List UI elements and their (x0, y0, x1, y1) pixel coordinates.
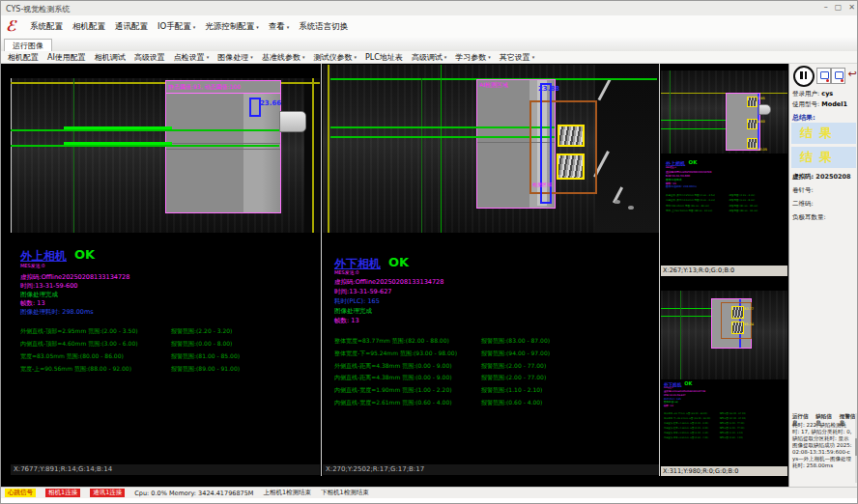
dropdown-arrow-icon: ▾ (444, 54, 447, 60)
tool-baseline-params[interactable]: 基准线参数▾ (262, 52, 305, 63)
measure-row: 整体宽度=83.77mm 范围:(82.00 - 88.00)报警范围:(83.… (334, 337, 653, 347)
measure-text: 内侧直线-宽度=2.61mm 范围:(0.60 - 4.00) (664, 435, 708, 438)
measure-row: 宽度=83.05mm 范围:(80.00 - 86.00)报警范围:(81.00… (666, 204, 787, 208)
menu-system-config[interactable]: 系统配置 (30, 21, 63, 33)
tab-detect-box (557, 154, 585, 180)
box-value-label: 4.60 (758, 120, 765, 124)
needle-number-label: 卷针号: (792, 186, 814, 195)
mid-camera-panel[interactable]: AI检测区域 23.88 检测区域 外下相机 OK MES发送:0 虚拟码:Of… (323, 65, 659, 476)
box-value-label: 2.95 (758, 97, 765, 100)
model-row[interactable]: 使用型号: Model1 (792, 100, 847, 109)
tab-detect-box (731, 306, 744, 319)
processing-done: 图像处理完成 (334, 307, 372, 316)
alarm-text: 报警范围:(94.00 - 97.00) (481, 350, 550, 358)
measure-row: 整体宽度=83.77mm 范围:(82.00 - 88.00)报警范围:(83.… (664, 412, 785, 416)
measure-text: 内侧直线-宽度=1.90mm 范围:(1.00 - 2.20) (334, 386, 452, 395)
measure-row: 外侧直线-顶部=2.95mm 范围:(2.00 - 3.50)报警范围:(2.2… (666, 193, 787, 197)
tool-image-processing[interactable]: 图像处理▾ (217, 52, 253, 63)
menu-camera-config[interactable]: 相机配置 (72, 21, 105, 33)
thumb-bottom-coord-readout: X:311;Y:980;R:0;G:0;B:0 (661, 466, 787, 476)
tool-learning-params[interactable]: 学习参数▾ (455, 52, 491, 63)
measure-row: 外侧直线-距离=4.38mm 范围:(0.00 - 9.00)报警范围:(2.0… (664, 422, 785, 426)
return-arrow-icon: ↩ (847, 68, 856, 80)
measure-text: 宽度-上=90.56mm 范围:(88.00 - 92.00) (666, 210, 712, 213)
dropdown-arrow-icon: ▾ (354, 54, 357, 60)
threshold-label: 静态阈值:93, 动态阈值:100 (168, 83, 241, 92)
minimize-icon[interactable]: – (824, 3, 828, 12)
mid-coord-readout: X:270;Y:2502;R:17;G:17;B:17 (323, 464, 659, 475)
thumb-top-panel[interactable]: 2.95 4.60 83.05 外上相机 OK MES发送:0 虚拟码:Offl… (661, 65, 787, 276)
menu-bar: ℰ 系统配置 相机配置 通讯配置 IO手配置▾ 光源控制配置▾ 查看▾ 系统语言… (1, 15, 858, 39)
login-user-value: cys (821, 90, 833, 98)
measure-text: 整体宽度-下=95.24mm 范围:(93.00 - 98.00) (664, 417, 710, 420)
alarm-text: 报警范围:(83.00 - 87.00) (720, 412, 746, 415)
close-icon[interactable]: ✕ (848, 3, 855, 12)
alarm-text: 报警范围:(0.60 - 4.00) (720, 435, 743, 438)
threshold-label-box: 静态阈值:93, 动态阈值:100 (165, 80, 281, 94)
alarm-text: 报警范围:(2.00 - 77.00) (481, 362, 546, 371)
tool-advanced-settings[interactable]: 高级设置 (134, 52, 165, 63)
virtual-code-row: 虚拟码: 20250208 (792, 173, 851, 182)
tool-other-settings[interactable]: 其它设置▾ (500, 52, 535, 63)
menu-comm-config[interactable]: 通讯配置 (115, 21, 148, 33)
status-bar: 心跳信号 相机1连接 通讯1连接 Cpu: 0.0% Memory: 3424.… (1, 487, 858, 498)
region-label: 检测区域 (532, 182, 552, 187)
login-user-label: 登录用户: (792, 90, 819, 98)
left-camera-panel[interactable]: 静态阈值:93, 动态阈值:100 23.66 外上相机 OK MES发送:0 … (11, 65, 320, 476)
return-button[interactable]: ↩ (846, 66, 858, 83)
camera-connect-badge: 相机1连接 (45, 489, 80, 497)
tab-detect-box (747, 138, 758, 149)
measure-row: 内侧直线-宽度=1.90mm 范围:(1.00 - 2.20)报警范围:(1.1… (664, 431, 785, 434)
result-indicator-1: 结果 (791, 123, 856, 144)
connector-tab (279, 111, 306, 132)
maximize-icon[interactable]: ▢ (835, 3, 843, 12)
measure-text: 内侧直线-宽度=1.90mm 范围:(1.00 - 2.20) (664, 431, 708, 434)
thumb-bottom-panel[interactable]: 83.77 95.24 外下相机 OK MES发送:0 虚拟码:Offline2… (661, 283, 787, 476)
menu-language-switch[interactable]: 系统语言切换 (299, 21, 348, 33)
measure-text: 内侧直线-宽度=2.61mm 范围:(0.60 - 4.00) (334, 399, 452, 407)
dropdown-arrow-icon: ▾ (488, 54, 491, 60)
tool-advanced-debug[interactable]: 高级调试▾ (412, 52, 447, 63)
pause-button[interactable] (793, 66, 815, 87)
mes-status: MES发送:0 (666, 166, 676, 169)
tool-ai-config[interactable]: AI使用配置 (47, 52, 86, 63)
main-area: 静态阈值:93, 动态阈值:100 23.66 外上相机 OK MES发送:0 … (1, 64, 788, 487)
alarm-text: 报警范围:(0.00 - 8.00) (729, 199, 756, 203)
frame-count: 帧数: 13 (664, 405, 673, 407)
measure-text: 外侧直线-距离=4.38mm 范围:(0.00 - 9.00) (664, 422, 708, 425)
camera-view-button-2[interactable] (831, 68, 845, 84)
camera-view-button-1[interactable] (816, 68, 831, 84)
alarm-text: 报警范围:(94.00 - 97.00) (720, 417, 746, 420)
processing-done: 图像处理完成 (20, 291, 58, 299)
record-dot-icon (841, 79, 844, 82)
measure-text: 整体宽度=83.77mm 范围:(82.00 - 88.00) (664, 412, 707, 415)
measure-text: 宽度-上=90.56mm 范围:(88.00 - 92.00) (20, 365, 131, 374)
processing-elapsed: 图像处理耗时: 298.00ms (20, 308, 94, 317)
dropdown-arrow-icon: ▾ (256, 24, 259, 30)
alarm-text: 报警范围:(2.20 - 3.20) (171, 327, 232, 336)
tool-spot-check[interactable]: 点检设置▾ (174, 52, 210, 63)
measure-text: 宽度=83.05mm 范围:(80.00 - 86.00) (666, 204, 709, 208)
frame-count: 帧数: 13 (20, 299, 45, 308)
tab-detect-box (747, 119, 758, 129)
tab-detect-box (747, 97, 758, 107)
plc-elapsed: 耗时(PLC): 165 (334, 297, 380, 306)
model-label: 使用型号: (792, 100, 819, 108)
tool-camera-debug[interactable]: 相机调试 (95, 52, 126, 63)
model-value: Model1 (821, 100, 847, 108)
bottom-camera-status: 下相机1检测结束 (321, 489, 369, 497)
tab-detect-box (558, 125, 585, 147)
measure-row: 内侧直线-宽度=1.90mm 范围:(1.00 - 2.20)报警范围:(1.1… (334, 386, 653, 396)
measure-row: 整体宽度-下=95.24mm 范围:(93.00 - 98.00)报警范围:(9… (664, 417, 785, 421)
menu-light-control[interactable]: 光源控制配置▾ (205, 21, 259, 33)
alarm-text: 报警范围:(89.00 - 91.00) (171, 365, 240, 374)
menu-view[interactable]: 查看▾ (269, 21, 290, 33)
tool-camera-config[interactable]: 相机配置 (8, 52, 39, 63)
measure-text: 整体宽度=83.77mm 范围:(82.00 - 88.00) (334, 337, 449, 346)
tool-tester-params[interactable]: 测试仪参数▾ (313, 52, 357, 63)
measure-row: 内侧直线-距离=4.38mm 范围:(0.00 - 9.00)报警范围:(2.0… (334, 374, 653, 383)
tool-plc-address[interactable]: PLC地址表 (365, 52, 403, 63)
result-indicator-2: 结果 (791, 147, 856, 168)
menu-io-config[interactable]: IO手配置▾ (157, 21, 195, 33)
frame-count: 帧数: 13 (334, 317, 359, 325)
